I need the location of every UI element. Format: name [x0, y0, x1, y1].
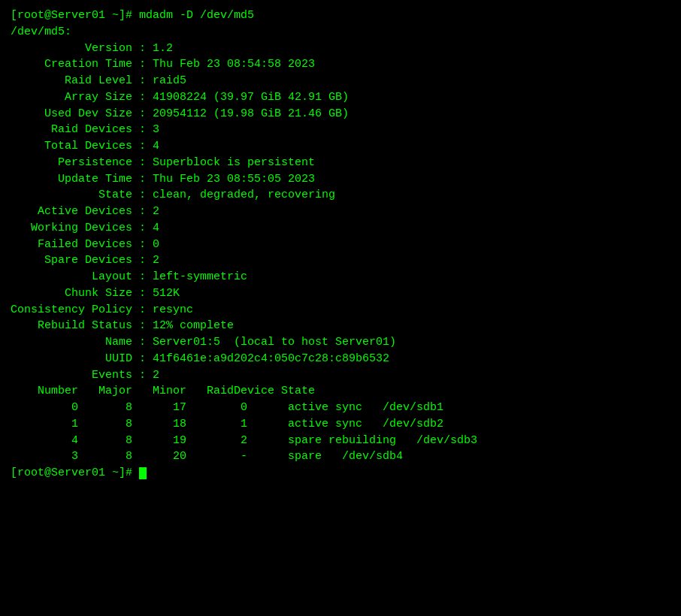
- terminal-line: /dev/md5:: [11, 24, 670, 41]
- terminal-line: Spare Devices : 2: [11, 252, 670, 269]
- terminal-line: Layout : left-symmetric: [11, 269, 670, 285]
- terminal-line: 4 8 19 2 spare rebuilding /dev/sdb3: [11, 433, 670, 449]
- terminal-line: Consistency Policy : resync: [11, 302, 670, 319]
- terminal-line: Persistence : Superblock is persistent: [11, 155, 670, 171]
- terminal-line: Events : 2: [11, 367, 670, 384]
- terminal-line: 0 8 17 0 active sync /dev/sdb1: [11, 400, 670, 416]
- terminal-line: State : clean, degraded, recovering: [11, 187, 670, 204]
- terminal-line: Array Size : 41908224 (39.97 GiB 42.91 G…: [11, 89, 670, 106]
- terminal-output: [root@Server01 ~]# mdadm -D /dev/md5/dev…: [11, 8, 670, 482]
- terminal-line: Failed Devices : 0: [11, 237, 670, 253]
- terminal-line: Number Major Minor RaidDevice State: [11, 383, 670, 400]
- terminal-line: Used Dev Size : 20954112 (19.98 GiB 21.4…: [11, 106, 670, 122]
- terminal-line: Chunk Size : 512K: [11, 285, 670, 302]
- terminal-line: Version : 1.2: [11, 41, 670, 57]
- terminal-line: Total Devices : 4: [11, 138, 670, 155]
- terminal-line: Name : Server01:5 (local to host Server0…: [11, 334, 670, 351]
- terminal-line: Working Devices : 4: [11, 220, 670, 237]
- terminal-line: [root@Server01 ~]# mdadm -D /dev/md5: [11, 8, 670, 24]
- terminal-line: Creation Time : Thu Feb 23 08:54:58 2023: [11, 56, 670, 73]
- terminal-line: Active Devices : 2: [11, 204, 670, 220]
- terminal-line: 1 8 18 1 active sync /dev/sdb2: [11, 416, 670, 433]
- terminal-line: UUID : 41f6461e:a9d202c4:050c7c28:c89b65…: [11, 351, 670, 367]
- terminal-window: [root@Server01 ~]# mdadm -D /dev/md5/dev…: [11, 8, 670, 482]
- terminal-line: [root@Server01 ~]#: [11, 465, 670, 482]
- terminal-cursor: [139, 467, 147, 479]
- terminal-line: 3 8 20 - spare /dev/sdb4: [11, 448, 670, 465]
- terminal-line: Raid Level : raid5: [11, 73, 670, 89]
- terminal-line: Update Time : Thu Feb 23 08:55:05 2023: [11, 171, 670, 188]
- terminal-line: Raid Devices : 3: [11, 122, 670, 138]
- terminal-line: Rebuild Status : 12% complete: [11, 318, 670, 334]
